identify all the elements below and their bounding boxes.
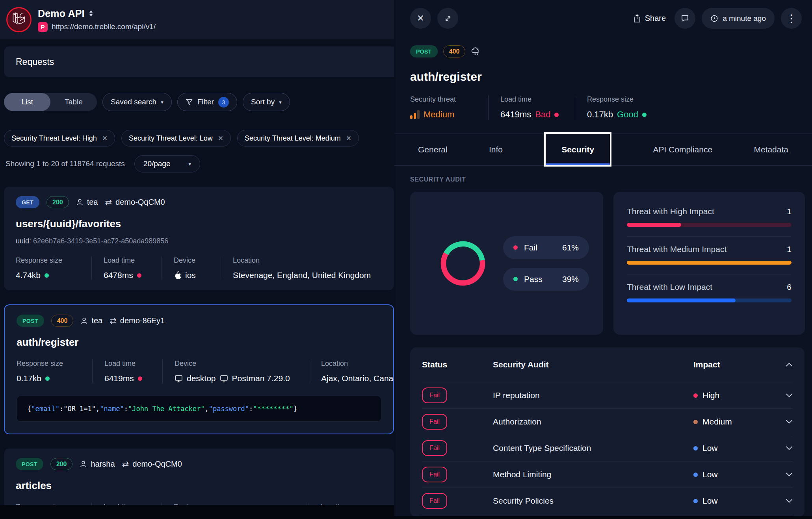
status-fail-badge: Fail: [422, 387, 447, 403]
tab-api-compliance[interactable]: API Compliance: [653, 145, 713, 154]
request-card[interactable]: GET 200 tea ⇄ demo-QqCM0 users/{uuid}/fa…: [4, 187, 394, 290]
request-payload: {"email":"OR 1=1","name":"John The Attac…: [17, 396, 381, 422]
expand-row-button[interactable]: [779, 499, 793, 503]
audit-name: Method Limiting: [493, 470, 693, 479]
user-icon: [76, 198, 84, 206]
expand-button[interactable]: [437, 8, 458, 29]
table-row[interactable]: Fail Method Limiting Low: [422, 461, 793, 487]
audit-name: IP reputation: [493, 391, 693, 400]
status-fail-badge: Fail: [422, 467, 447, 482]
stat-load-time: Load time 6478ms: [91, 256, 162, 280]
view-toggle-list[interactable]: List: [4, 93, 50, 111]
table-row[interactable]: Fail Content Type Specification Low: [422, 435, 793, 461]
close-icon[interactable]: ✕: [346, 134, 351, 143]
env-badge: P: [38, 22, 48, 32]
tab-metadata[interactable]: Metadata: [754, 145, 788, 154]
threat-medium-row: Threat with Medium Impact 1: [627, 236, 792, 274]
legend-fail[interactable]: Fail 61%: [503, 236, 589, 259]
table-row[interactable]: Fail Security Policies Low: [422, 487, 793, 514]
expand-row-button[interactable]: [779, 472, 793, 477]
tab-general[interactable]: General: [418, 145, 448, 154]
chevron-up-icon: [786, 362, 793, 367]
more-menu-button[interactable]: ⋮: [781, 8, 802, 29]
chip-label: Security Threat Level: Medium: [245, 134, 341, 143]
threat-high-bar: [627, 223, 792, 227]
threat-count: 6: [787, 282, 792, 292]
detail-stats: Security threat Medium Load time 6419ms …: [410, 95, 812, 120]
col-status-header: Status: [422, 360, 493, 369]
requests-panel: Demo API P https://demo.treblle.com/api/…: [0, 0, 394, 505]
tab-security[interactable]: Security: [544, 132, 611, 167]
funnel-icon: [186, 98, 193, 106]
stat-response-size: Response size 0.17kb Good: [575, 95, 665, 120]
sort-by-button[interactable]: Sort by ▾: [243, 93, 290, 111]
request-card[interactable]: POST 200 harsha ⇄ demo-QqCM0 articles Re…: [4, 449, 394, 505]
requests-title-card: Requests: [4, 46, 394, 77]
page-size-value: 20/page: [143, 159, 171, 168]
close-icon[interactable]: ✕: [102, 134, 108, 143]
request-user: tea: [80, 316, 102, 325]
good-dot: [642, 113, 647, 117]
requests-controls: List Table Saved search ▾ Filter 3 Sort …: [4, 93, 394, 111]
request-path: articles: [16, 480, 394, 492]
tab-info[interactable]: Info: [489, 145, 503, 154]
method-badge: POST: [410, 45, 438, 57]
filter-chips: Security Threat Level: High ✕ Security T…: [4, 130, 394, 146]
saved-search-label: Saved search: [111, 98, 156, 106]
comment-button[interactable]: [674, 8, 695, 29]
filter-chip-medium[interactable]: Security Threat Level: Medium ✕: [237, 130, 359, 146]
request-project: ⇄ demo-QqCM0: [122, 460, 182, 469]
impact-label: Low: [702, 496, 718, 506]
timestamp-pill[interactable]: a minute ago: [702, 8, 775, 29]
chevron-down-icon: [786, 499, 793, 503]
stat-location: Location: [308, 503, 394, 505]
legend-pass[interactable]: Pass 39%: [503, 268, 589, 291]
expand-row-button[interactable]: [779, 419, 793, 424]
filter-chip-low[interactable]: Security Threat Level: Low ✕: [121, 130, 231, 146]
donut-legend: Fail 61% Pass 39%: [503, 236, 589, 291]
threat-low-bar: [627, 298, 792, 302]
threat-impact-card: Threat with High Impact 1 Threat with Me…: [613, 192, 805, 335]
saved-search-button[interactable]: Saved search ▾: [102, 93, 172, 111]
swap-icon: ⇄: [110, 316, 117, 326]
stat-load-time: Load time 6419ms Bad: [488, 95, 575, 120]
threat-count: 1: [787, 207, 792, 216]
filter-button[interactable]: Filter 3: [177, 93, 237, 111]
status-badge: 400: [443, 45, 466, 57]
chevron-down-icon: ▾: [279, 99, 282, 105]
api-header: Demo API P https://demo.treblle.com/api/…: [0, 0, 394, 39]
share-button[interactable]: Share: [633, 14, 666, 23]
page-size-select[interactable]: 20/page ▾: [134, 155, 200, 172]
filter-chip-high[interactable]: Security Threat Level: High ✕: [4, 130, 115, 146]
method-badge: GET: [16, 196, 39, 208]
stat-load-time: Load time 6419ms: [92, 360, 162, 383]
api-switcher-icon[interactable]: [89, 10, 93, 17]
close-button[interactable]: ✕: [410, 8, 431, 29]
status-fail-badge: Fail: [422, 493, 447, 509]
view-toggle-table[interactable]: Table: [50, 93, 97, 111]
collapse-button[interactable]: [779, 362, 793, 367]
api-logo[interactable]: [6, 7, 32, 32]
stat-device: Device ios: [162, 256, 221, 280]
threat-count: 1: [787, 245, 792, 254]
api-title[interactable]: Demo API: [38, 8, 85, 19]
user-icon: [80, 460, 87, 468]
request-card-selected[interactable]: POST 400 tea ⇄ demo-86Ey1 auth/register …: [4, 304, 394, 434]
expand-row-button[interactable]: [779, 446, 793, 450]
stat-location: Location Ajax, Ontario, Canada: [309, 360, 393, 383]
security-audit-table: Status Security Audit Impact Fail IP rep…: [410, 347, 805, 516]
status-badge: 200: [50, 458, 73, 470]
close-icon[interactable]: ✕: [218, 134, 223, 143]
audit-name: Authorization: [493, 417, 693, 426]
table-row[interactable]: Fail IP reputation High: [422, 382, 793, 408]
user-icon: [80, 317, 88, 324]
stat-device: Device desktop Postman 7.29.0: [162, 360, 309, 383]
expand-icon: [444, 15, 452, 22]
pagination-row: Showing 1 to 20 of 118764 requests 20/pa…: [6, 155, 394, 172]
table-row[interactable]: Fail Authorization Medium: [422, 408, 793, 435]
chevron-down-icon: ▾: [189, 161, 191, 167]
good-dot: [45, 273, 49, 278]
good-dot: [45, 376, 50, 381]
expand-row-button[interactable]: [779, 393, 793, 398]
chip-label: Security Threat Level: Low: [129, 134, 213, 143]
